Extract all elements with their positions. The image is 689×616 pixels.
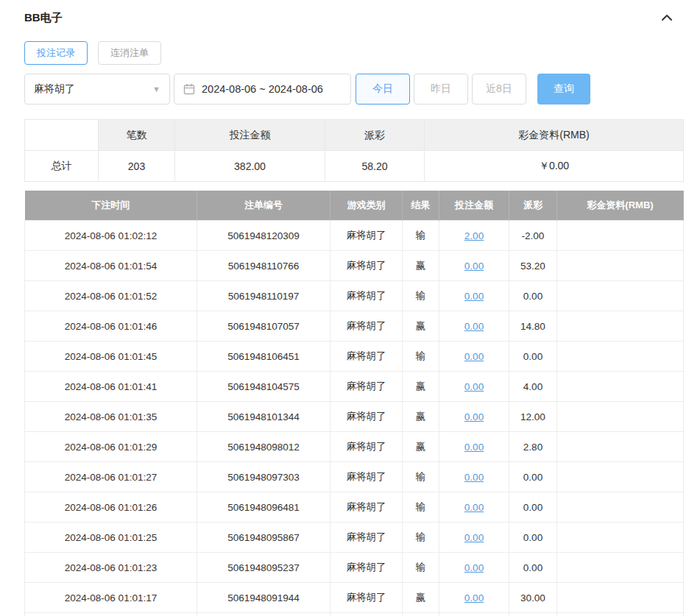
bet-amount-link[interactable]: 0.00 (464, 502, 484, 513)
result-cell: 赢 (403, 372, 439, 402)
bet-amount-link[interactable]: 0.00 (464, 261, 484, 272)
order-no-cell: 5061948120309 (197, 221, 331, 251)
bet-amount-link[interactable]: 0.00 (464, 592, 484, 603)
result-cell: 输 (403, 462, 439, 492)
order-no-cell: 5061948095237 (197, 553, 331, 583)
bet-amount-cell: 0.00 (439, 523, 509, 553)
bet-time-cell: 2024-08-06 01:01:41 (25, 372, 197, 402)
bet-amount-cell: 0.00 (439, 402, 509, 432)
game-type-cell: 麻将胡了 (331, 311, 403, 341)
payout-cell: 12.00 (509, 402, 557, 432)
bet-time-cell: 2024-08-06 01:01:25 (25, 523, 197, 553)
panel-header: BB电子 (24, 9, 683, 26)
bonus-cell (557, 523, 684, 553)
order-no-cell: 5061948082751 (197, 613, 331, 616)
payout-cell: 0.00 (509, 281, 557, 311)
game-type-cell: 麻将胡了 (331, 402, 403, 432)
bet-amount-link[interactable]: 0.00 (464, 321, 484, 332)
order-no-cell: 5061948107057 (197, 311, 331, 341)
date-range-picker[interactable]: 2024-08-06 ~ 2024-08-06 (174, 74, 351, 105)
table-row: 2024-08-06 01:01:525061948110197麻将胡了输0.0… (25, 281, 684, 311)
bonus-cell (557, 251, 684, 281)
order-no-cell: 5061948091944 (197, 583, 331, 613)
bet-amount-link[interactable]: 0.00 (464, 381, 484, 392)
bet-time-cell: 2024-08-06 01:01:26 (25, 492, 197, 523)
bonus-cell (557, 221, 684, 251)
bet-amount-link[interactable]: 0.00 (464, 532, 484, 543)
header-order-no: 注单编号 (197, 191, 331, 221)
tab-cancelled-orders[interactable]: 连消注单 (98, 41, 161, 65)
bet-amount-cell: 0.00 (439, 311, 509, 341)
payout-cell: 2.80 (509, 432, 557, 462)
bet-amount-link[interactable]: 0.00 (464, 562, 484, 573)
records-header-row: 下注时间 注单编号 游戏类别 结果 投注金额 派彩 彩金资料(RMB) (25, 191, 684, 221)
bonus-cell (557, 281, 684, 311)
summary-header-row: 笔数 投注金额 派彩 彩金资料(RMB) (25, 120, 684, 151)
game-type-cell: 麻将胡了 (331, 492, 403, 523)
table-row: 2024-08-06 01:01:295061948098012麻将胡了赢0.0… (25, 432, 684, 462)
bet-time-cell: 2024-08-06 01:02:12 (25, 221, 197, 251)
today-button[interactable]: 今日 (356, 74, 410, 105)
bet-time-cell: 2024-08-06 01:01:52 (25, 281, 197, 311)
bet-amount-link[interactable]: 0.00 (464, 351, 484, 362)
table-row: 2024-08-06 01:01:545061948110766麻将胡了赢0.0… (25, 251, 684, 281)
bet-amount-link[interactable]: 0.00 (464, 411, 484, 422)
header-payout: 派彩 (509, 191, 557, 221)
summary-payout-value: 58.20 (325, 151, 425, 182)
bonus-cell (557, 311, 684, 341)
bet-time-cell: 2024-08-06 01:01:35 (25, 402, 197, 432)
tab-bet-records[interactable]: 投注记录 (24, 41, 88, 65)
summary-count-value: 203 (99, 151, 175, 182)
table-row: 2024-08-06 01:01:175061948091944麻将胡了赢0.0… (25, 583, 684, 613)
header-result: 结果 (403, 191, 439, 221)
table-row: 2024-08-06 01:01:465061948107057麻将胡了赢0.0… (25, 311, 684, 341)
bet-time-cell: 2024-08-06 01:01:54 (25, 251, 197, 281)
payout-cell: 0.00 (509, 553, 557, 583)
bet-amount-link[interactable]: 0.00 (464, 442, 484, 453)
bet-amount-cell: 0.00 (439, 372, 509, 402)
game-select[interactable]: 麻将胡了 ▼ (24, 74, 170, 105)
bet-amount-cell: 0.00 (439, 432, 509, 462)
payout-cell: 4.00 (509, 372, 557, 402)
bet-time-cell: 2024-08-06 01:01:23 (25, 553, 197, 583)
game-type-cell: 麻将胡了 (331, 372, 403, 402)
bet-amount-cell: 2.00 (439, 613, 509, 616)
last-8-days-button[interactable]: 近8日 (472, 74, 526, 105)
order-no-cell: 5061948101344 (197, 402, 331, 432)
table-row: 2024-08-06 01:01:355061948101344麻将胡了赢0.0… (25, 402, 684, 432)
game-type-cell: 麻将胡了 (331, 613, 403, 616)
header-bet-amount: 投注金额 (439, 191, 509, 221)
game-type-cell: 麻将胡了 (331, 432, 403, 462)
summary-header-bet-amount: 投注金额 (175, 120, 325, 151)
bet-amount-link[interactable]: 0.00 (464, 472, 484, 483)
header-game-type: 游戏类别 (331, 191, 403, 221)
bet-amount-cell: 0.00 (439, 553, 509, 583)
bet-amount-link[interactable]: 2.00 (464, 230, 484, 241)
game-type-cell: 麻将胡了 (331, 583, 403, 613)
order-no-cell: 5061948096481 (197, 492, 331, 523)
bonus-cell (557, 553, 684, 583)
order-no-cell: 5061948095867 (197, 523, 331, 553)
order-no-cell: 5061948097303 (197, 462, 331, 492)
table-row: 2024-08-06 01:01:235061948095237麻将胡了输0.0… (25, 553, 684, 583)
game-type-cell: 麻将胡了 (331, 553, 403, 583)
order-no-cell: 5061948106451 (197, 341, 331, 372)
summary-table: 笔数 投注金额 派彩 彩金资料(RMB) 总计 203 382.00 58.20… (24, 119, 684, 182)
summary-total-label: 总计 (25, 151, 99, 182)
table-row: 2024-08-06 01:01:455061948106451麻将胡了输0.0… (25, 341, 684, 372)
payout-cell: 53.20 (509, 251, 557, 281)
yesterday-button[interactable]: 昨日 (414, 74, 468, 105)
search-button[interactable]: 查询 (537, 74, 590, 105)
summary-header-count: 笔数 (99, 120, 175, 151)
calendar-icon (183, 83, 195, 95)
table-row: 2024-08-06 01:01:275061948097303麻将胡了输0.0… (25, 462, 684, 492)
bet-amount-cell: 0.00 (439, 492, 509, 523)
result-cell: 赢 (403, 402, 439, 432)
quick-date-buttons: 今日 昨日 近8日 (356, 74, 526, 105)
collapse-panel-button[interactable] (658, 10, 676, 25)
order-no-cell: 5061948110766 (197, 251, 331, 281)
bet-amount-link[interactable]: 0.00 (464, 291, 484, 302)
game-type-cell: 麻将胡了 (331, 251, 403, 281)
payout-cell: 0.00 (509, 492, 557, 523)
result-cell: 赢 (403, 583, 439, 613)
